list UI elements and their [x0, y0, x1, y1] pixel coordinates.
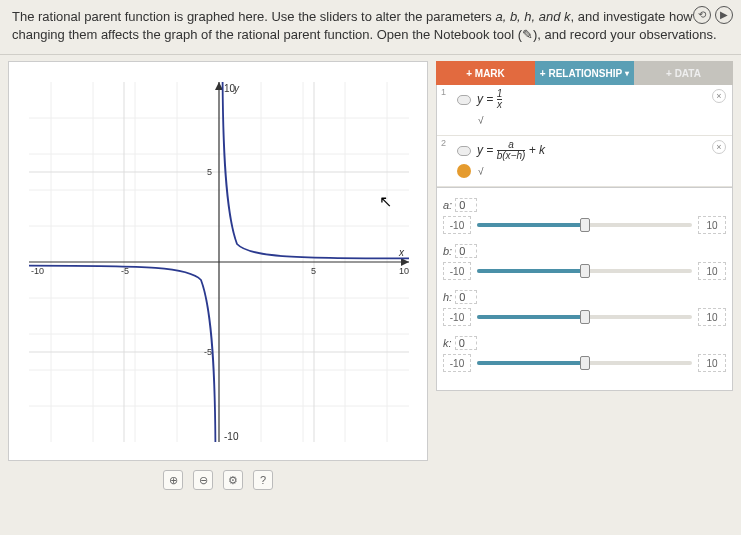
svg-text:5: 5	[207, 167, 212, 177]
slider-track[interactable]	[477, 218, 692, 232]
tabs: + MARK + RELATIONSHIP▾ + DATA	[436, 61, 733, 85]
slider-max[interactable]: 10	[698, 262, 726, 280]
play-button[interactable]: ▶	[715, 6, 733, 24]
zoom-out-icon: ⊖	[199, 474, 208, 487]
slider-label: k: 0	[443, 336, 726, 350]
slider-thumb[interactable]	[580, 356, 590, 370]
zoom-in-button[interactable]: ⊕	[163, 470, 183, 490]
curve-right-branch	[223, 82, 409, 258]
slider-h: h: 0-1010	[443, 290, 726, 326]
graph-canvas[interactable]: 10 y -10 x 10 -10 -5 5 5 -5 ↖	[8, 61, 428, 461]
instructions-text: The rational parent function is graphed …	[0, 0, 741, 55]
slider-value[interactable]: 0	[455, 290, 477, 304]
y-min-label: -10	[224, 431, 239, 442]
visibility-toggle[interactable]	[457, 95, 471, 105]
function-row-1: 1 × y = 1x √	[437, 85, 732, 136]
slider-value[interactable]: 0	[455, 244, 477, 258]
x-axis-label: x	[398, 247, 405, 258]
curve-left-branch	[29, 266, 215, 442]
tab-data[interactable]: + DATA	[634, 61, 733, 85]
function-row-2: 2 × y = ab(x−h) + k √	[437, 136, 732, 187]
help-button[interactable]: ?	[253, 470, 273, 490]
formula-text: y = ab(x−h) + k	[477, 140, 545, 161]
slider-max[interactable]: 10	[698, 308, 726, 326]
slider-track[interactable]	[477, 264, 692, 278]
rewind-icon: ⟲	[698, 8, 706, 22]
slider-thumb[interactable]	[580, 310, 590, 324]
slider-value[interactable]: 0	[455, 198, 477, 212]
slider-label: b: 0	[443, 244, 726, 258]
graph-toolbar: ⊕ ⊖ ⚙ ?	[8, 465, 428, 495]
gear-icon: ⚙	[228, 474, 238, 487]
chevron-down-icon: ▾	[625, 69, 629, 78]
close-icon: ×	[716, 142, 721, 152]
svg-text:-10: -10	[31, 266, 44, 276]
slider-min[interactable]: -10	[443, 216, 471, 234]
sliders-panel: a: 0-1010b: 0-1010h: 0-1010k: 0-1010	[436, 188, 733, 391]
row-number: 1	[441, 87, 446, 97]
slider-k: k: 0-1010	[443, 336, 726, 372]
svg-text:-5: -5	[204, 347, 212, 357]
slider-max[interactable]: 10	[698, 354, 726, 372]
slider-track[interactable]	[477, 356, 692, 370]
formula-text: y = 1x	[477, 89, 502, 110]
radical-icon: √	[477, 114, 485, 127]
slider-label: a: 0	[443, 198, 726, 212]
settings-button[interactable]: ⚙	[223, 470, 243, 490]
close-icon: ×	[716, 91, 721, 101]
color-swatch[interactable]	[457, 113, 471, 127]
visibility-toggle[interactable]	[457, 146, 471, 156]
tab-relationship[interactable]: + RELATIONSHIP▾	[535, 61, 634, 85]
zoom-out-button[interactable]: ⊖	[193, 470, 213, 490]
play-icon: ▶	[720, 8, 728, 22]
slider-a: a: 0-1010	[443, 198, 726, 234]
slider-track[interactable]	[477, 310, 692, 324]
slider-thumb[interactable]	[580, 264, 590, 278]
slider-min[interactable]: -10	[443, 262, 471, 280]
help-icon: ?	[260, 474, 266, 486]
function-list: 1 × y = 1x √ 2 ×	[436, 85, 733, 188]
slider-thumb[interactable]	[580, 218, 590, 232]
svg-text:5: 5	[311, 266, 316, 276]
slider-value[interactable]: 0	[455, 336, 477, 350]
slider-b: b: 0-1010	[443, 244, 726, 280]
slider-max[interactable]: 10	[698, 216, 726, 234]
y-axis-label: y	[233, 83, 240, 94]
slider-label: h: 0	[443, 290, 726, 304]
row-number: 2	[441, 138, 446, 148]
radical-icon: √	[477, 165, 485, 178]
zoom-in-icon: ⊕	[169, 474, 178, 487]
rewind-button[interactable]: ⟲	[693, 6, 711, 24]
color-swatch[interactable]	[457, 164, 471, 178]
slider-min[interactable]: -10	[443, 354, 471, 372]
svg-text:10: 10	[399, 266, 409, 276]
slider-min[interactable]: -10	[443, 308, 471, 326]
tab-mark[interactable]: + MARK	[436, 61, 535, 85]
graph-svg: 10 y -10 x 10 -10 -5 5 5 -5	[9, 62, 429, 462]
